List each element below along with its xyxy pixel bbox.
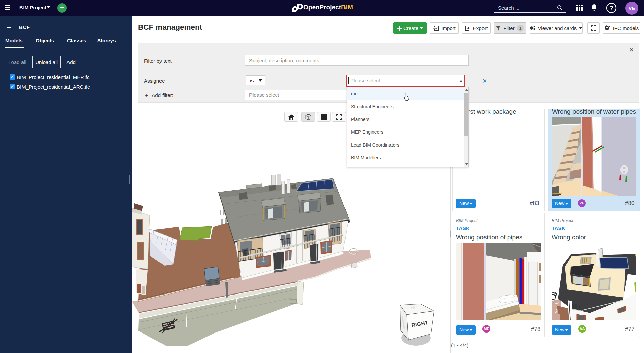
svg-text:?: ?	[609, 5, 613, 12]
